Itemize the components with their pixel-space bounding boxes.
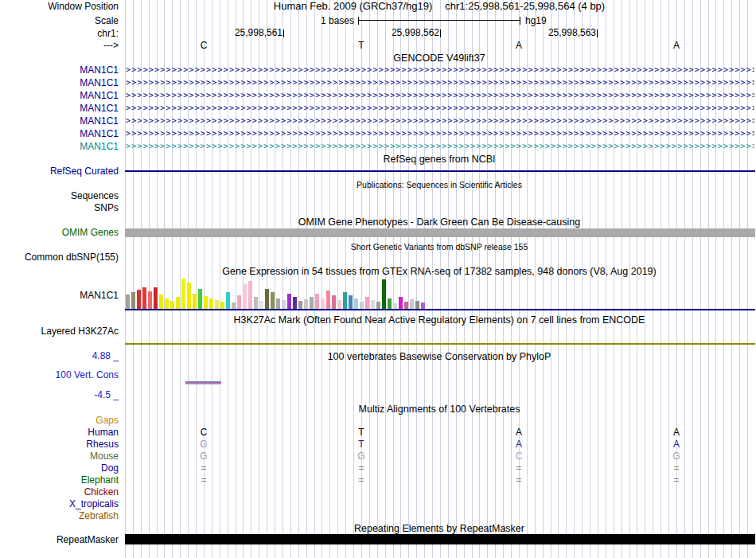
gtex-expression-bar[interactable] [126,295,130,309]
gtex-expression-bar[interactable] [159,295,163,309]
gtex-expression-bar[interactable] [360,302,364,309]
gencode-transcript[interactable]: >>>>>>>>>>>>>>>>>>>>>>>>>>>>>>>>>>>>>>>>… [126,64,754,76]
multiz-species-label[interactable]: X_tropicalis [0,498,121,510]
gtex-expression-bar[interactable] [215,300,219,309]
gtex-expression-bar[interactable] [326,291,330,309]
omim-gene-bar[interactable] [125,228,755,237]
gtex-expression-bar[interactable] [382,279,386,309]
gtex-expression-bar[interactable] [371,300,375,309]
gencode-track-label[interactable]: MAN1C1 [0,127,121,140]
gtex-expression-bar[interactable] [220,302,224,309]
alignment-base[interactable]: G [125,451,283,462]
gencode-track-label[interactable]: MAN1C1 [0,64,121,76]
alignment-base[interactable]: = [440,462,598,474]
gtex-expression-bar[interactable] [176,297,180,309]
h3k27ac-track-label[interactable]: Layered H3K27Ac [0,326,121,337]
gtex-expression-bar[interactable] [142,287,146,309]
gtex-expression-bar[interactable] [415,301,419,309]
gtex-expression-bar[interactable] [226,292,230,309]
gtex-expression-bar[interactable] [310,297,314,309]
gtex-expression-bar[interactable] [148,291,152,309]
gtex-expression-bar[interactable] [293,297,297,309]
gtex-expression-bar[interactable] [193,294,197,309]
alignment-base[interactable]: = [125,474,283,486]
gtex-expression-bar[interactable] [399,297,403,309]
multiz-species-label[interactable]: Chicken [0,486,121,498]
gtex-expression-bar[interactable] [298,301,302,309]
gencode-transcript[interactable]: >>>>>>>>>>>>>>>>>>>>>>>>>>>>>>>>>>>>>>>>… [126,140,754,153]
gencode-track-label[interactable]: MAN1C1 [0,140,121,153]
gtex-expression-bar[interactable] [393,303,397,309]
multiz-species-label[interactable]: Mouse [0,451,121,462]
gencode-track-label[interactable]: MAN1C1 [0,115,121,127]
gtex-track-label[interactable]: MAN1C1 [0,290,121,301]
gtex-expression-bar[interactable] [404,302,408,309]
gtex-expression-bar[interactable] [271,292,275,309]
gtex-expression-bar[interactable] [154,287,158,309]
gencode-transcript[interactable]: >>>>>>>>>>>>>>>>>>>>>>>>>>>>>>>>>>>>>>>>… [126,102,754,115]
dbsnp-track-label[interactable]: Common dbSNP(155) [0,252,121,263]
gtex-expression-bar[interactable] [304,299,308,309]
gtex-expression-bar[interactable] [243,284,247,309]
repeatmasker-element-bar[interactable] [125,534,755,544]
multiz-species-label[interactable]: Human [0,427,121,439]
gtex-expression-bar[interactable] [354,299,358,309]
alignment-base[interactable]: C [125,427,283,439]
alignment-base[interactable]: = [440,474,598,486]
gtex-expression-bar[interactable] [165,299,169,309]
gencode-transcript[interactable]: >>>>>>>>>>>>>>>>>>>>>>>>>>>>>>>>>>>>>>>>… [126,76,754,89]
alignment-base[interactable]: = [125,462,283,474]
alignment-base[interactable]: G [598,451,755,462]
refseq-track-label[interactable]: RefSeq Curated [0,166,121,177]
omim-track-label[interactable]: OMIM Genes [0,227,121,238]
gtex-expression-bar[interactable] [170,301,174,309]
gtex-expression-bar[interactable] [237,295,241,309]
alignment-base[interactable]: T [283,427,440,439]
snps-track-label[interactable]: SNPs [0,202,121,213]
gtex-expression-bar[interactable] [287,294,291,309]
gtex-expression-bar[interactable] [365,297,369,309]
gtex-expression-bar[interactable] [337,300,341,309]
phylop-signal[interactable] [185,381,221,384]
gtex-expression-bar[interactable] [187,283,191,309]
multiz-species-label[interactable]: Elephant [0,474,121,486]
gencode-track-label[interactable]: MAN1C1 [0,76,121,89]
gencode-transcript[interactable]: >>>>>>>>>>>>>>>>>>>>>>>>>>>>>>>>>>>>>>>>… [126,127,754,140]
gtex-expression-bar[interactable] [315,294,319,309]
gtex-expression-bar[interactable] [388,299,392,309]
repeatmasker-track-label[interactable]: RepeatMasker [0,534,121,545]
gtex-expression-bar[interactable] [410,299,414,309]
gtex-expression-bar[interactable] [209,299,213,309]
sequences-track-label[interactable]: Sequences [0,190,121,201]
alignment-base[interactable]: T [283,439,440,451]
alignment-base[interactable]: = [283,474,440,486]
phylop-track-label[interactable]: 100 Vert. Cons [0,369,121,380]
alignment-base[interactable]: C [440,451,598,462]
alignment-base[interactable]: A [440,439,598,451]
gtex-expression-bar[interactable] [282,300,286,309]
alignment-base[interactable]: = [598,474,755,486]
alignment-base[interactable]: A [598,439,755,451]
gtex-expression-bar[interactable] [259,301,263,309]
alignment-base[interactable]: A [598,427,755,439]
refseq-curated-item[interactable] [125,170,755,172]
gtex-expression-bar[interactable] [421,302,425,309]
gtex-expression-bar[interactable] [343,292,347,309]
h3k27ac-signal-line[interactable] [125,343,755,345]
alignment-base[interactable]: G [283,451,440,462]
alignment-base[interactable]: = [598,462,755,474]
gtex-expression-bar[interactable] [248,281,252,309]
gtex-expression-bar[interactable] [349,295,353,309]
gtex-expression-bar[interactable] [181,279,185,309]
gtex-expression-bar[interactable] [332,295,336,309]
gtex-expression-bar[interactable] [204,296,208,309]
alignment-base[interactable]: A [440,427,598,439]
gtex-expression-bar[interactable] [232,302,236,309]
gtex-expression-bar[interactable] [131,292,135,309]
gencode-transcript[interactable]: >>>>>>>>>>>>>>>>>>>>>>>>>>>>>>>>>>>>>>>>… [126,115,754,127]
multiz-species-label[interactable]: Zebrafish [0,510,121,522]
multiz-species-label[interactable]: Dog [0,462,121,474]
multiz-species-label[interactable]: Gaps [0,415,121,427]
gtex-expression-bar[interactable] [265,289,269,309]
alignment-base[interactable]: G [125,439,283,451]
